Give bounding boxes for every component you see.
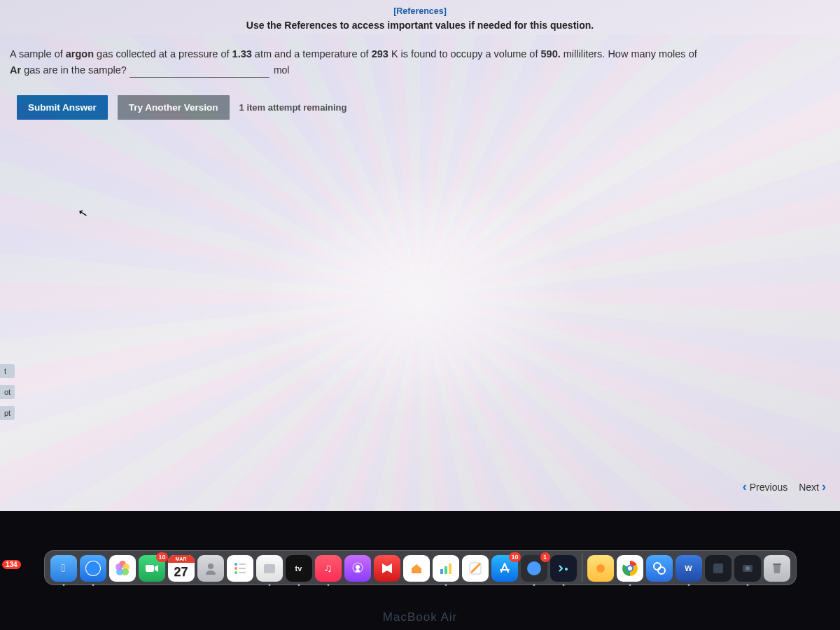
action-row: Submit Answer Try Another Version 1 item… [0,85,840,130]
chevron-right-icon: › [822,479,826,494]
question-header: [References] Use the References to acces… [0,0,840,34]
q-text: K is found to occupy a volume of [388,48,541,59]
svg-rect-22 [444,566,447,574]
appletv-icon[interactable]: tv [286,555,312,582]
chrome-icon[interactable] [617,555,643,582]
q-text: gas are in the sample? [21,64,127,76]
reminders-icon[interactable] [227,555,253,582]
cursor-icon: ↖ [77,206,89,220]
svg-rect-23 [449,564,451,574]
svg-point-1 [86,561,100,575]
tv-label: tv [295,564,302,573]
macos-dock: 􀎞 10 MAR 27 tv ♫ [44,550,797,585]
facetime-icon[interactable]: 10 [139,555,165,582]
terminal-icon[interactable] [550,555,577,582]
safari-dark-icon[interactable]: 1 [521,555,547,582]
folder-icon[interactable] [587,555,614,582]
files-icon[interactable] [256,555,283,582]
svg-rect-13 [239,564,246,565]
svg-point-19 [356,565,360,569]
q-text: A sample of [10,48,66,59]
facetime-badge: 10 [156,552,167,562]
q-temp: 293 [372,48,388,59]
try-another-button[interactable]: Try Another Version [118,95,230,120]
q-element: Ar [10,64,21,76]
svg-point-16 [234,571,237,574]
viewer-icon[interactable] [646,555,673,582]
svg-rect-37 [773,564,781,565]
dock-area: 􀎞 10 MAR 27 tv ♫ [0,538,840,598]
svg-rect-17 [239,572,246,573]
svg-point-33 [658,567,665,574]
home-icon[interactable] [403,555,430,582]
instruction-text: Use the References to access important v… [0,20,840,31]
q-pressure: 1.33 [232,48,252,59]
svg-point-27 [565,568,568,570]
side-tab[interactable]: pt [0,406,15,420]
dock-separator [582,554,582,582]
svg-rect-15 [239,568,246,569]
svg-point-28 [596,564,605,573]
svg-point-36 [746,566,750,570]
submit-answer-button[interactable]: Submit Answer [17,95,108,120]
next-label: Next [799,482,819,493]
notes-icon[interactable] [462,555,489,582]
word-label: W [685,564,692,573]
calendar-icon[interactable]: MAR 27 [168,555,195,582]
nav-row: ‹ Previous Next › [743,479,826,494]
music-icon[interactable]: ♫ [315,555,342,582]
question-body: A sample of argon gas collected at a pre… [0,34,840,85]
q-text: milliliters. How many moles of [561,48,697,59]
word-icon[interactable]: W [676,555,702,582]
news-icon[interactable] [374,555,400,582]
references-link[interactable]: [References] [393,6,447,16]
q-volume: 590. [541,48,561,59]
svg-rect-9 [146,565,154,572]
unit-label: mol [274,62,290,78]
left-tab-strip: t ot pt [0,364,15,420]
preview-icon[interactable] [705,555,732,582]
attempts-remaining: 1 item attempt remaining [239,102,347,113]
appstore-badge: 10 [509,552,520,562]
q-text: gas collected at a pressure of [94,48,232,59]
podcasts-icon[interactable] [344,555,371,582]
safari-icon[interactable] [80,555,106,582]
svg-point-31 [628,566,632,570]
trash-icon[interactable] [764,555,790,582]
calendar-month: MAR [168,555,195,563]
quiz-window: [References] Use the References to acces… [0,0,840,511]
svg-point-25 [527,561,541,575]
previous-button[interactable]: ‹ Previous [743,479,788,494]
svg-marker-10 [155,565,158,572]
finder-icon[interactable]: 􀎞 [50,555,77,582]
svg-rect-21 [440,569,443,574]
contacts-icon[interactable] [197,555,224,582]
prev-label: Previous [750,482,788,493]
macbook-label: MacBook Air [0,610,840,624]
photos-icon[interactable] [109,555,136,582]
numbers-icon[interactable] [433,555,459,582]
q-text: atm and a temperature of [252,48,372,59]
q-gas: argon [66,48,94,59]
svg-point-14 [234,567,237,570]
svg-point-12 [234,563,237,566]
side-tab[interactable]: ot [0,385,15,399]
chevron-left-icon: ‹ [743,479,747,494]
svg-rect-34 [713,564,723,573]
svg-point-32 [654,563,661,570]
answer-input[interactable] [130,64,270,78]
calendar-day: 27 [174,563,188,582]
svg-rect-18 [264,564,275,573]
svg-point-11 [208,564,214,569]
next-button[interactable]: Next › [799,479,826,494]
screenshot-icon[interactable] [734,555,761,582]
appstore-icon[interactable]: 10 [491,555,518,582]
notif-badge: 1 [540,552,550,562]
svg-point-8 [115,564,122,570]
side-tab[interactable]: t [0,364,15,378]
